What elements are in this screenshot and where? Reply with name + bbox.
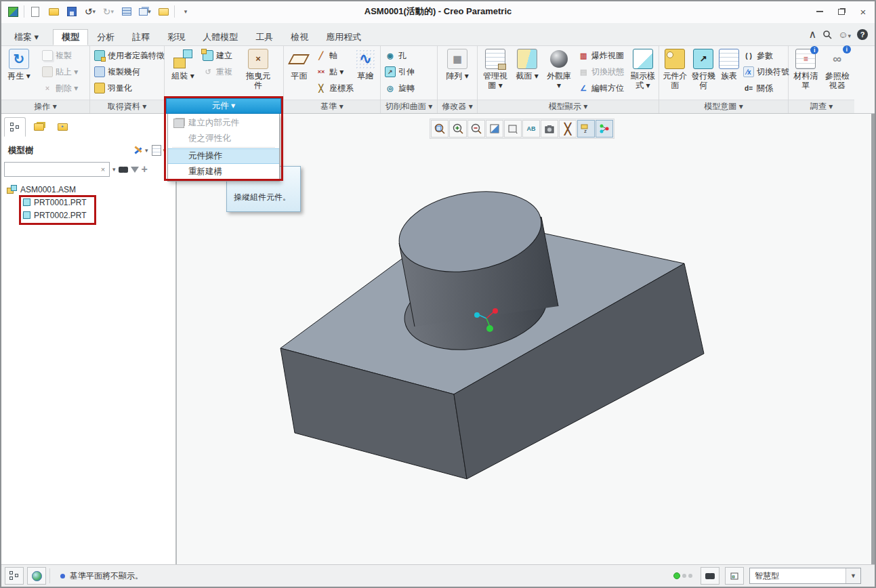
hole-button[interactable]: ◉ 孔: [383, 47, 417, 64]
menu-item-component-operations[interactable]: 元件操作: [168, 148, 279, 164]
group-label-operations[interactable]: 操作 ▾: [1, 100, 89, 113]
menu-item-make-flexible[interactable]: 使之彈性化: [168, 131, 279, 146]
customize-qat-button[interactable]: ▾: [178, 4, 193, 19]
select-box-button[interactable]: [725, 567, 744, 585]
refit-button[interactable]: [431, 120, 449, 138]
udf-button[interactable]: 使用者定義特徵: [92, 47, 167, 64]
tab-manikin[interactable]: 人體模型: [194, 29, 247, 45]
axis-button[interactable]: ╱ 軸: [314, 47, 352, 64]
undo-button[interactable]: ↺▾: [83, 4, 98, 19]
extrude-button[interactable]: ↗ 引伸: [383, 64, 417, 80]
filter-icon[interactable]: [131, 167, 139, 173]
browser-toggle-button[interactable]: [27, 567, 46, 585]
point-button[interactable]: ×× 點 ▾: [314, 64, 352, 80]
tab-analysis[interactable]: 分析: [88, 29, 123, 45]
open-session-button[interactable]: [156, 4, 171, 19]
annotation-filter-button[interactable]: z: [577, 120, 595, 138]
saved-views-button[interactable]: [541, 120, 558, 138]
folder-browser-tab[interactable]: [28, 117, 49, 137]
help-button[interactable]: ?: [857, 29, 868, 40]
tab-applications[interactable]: 應用程式: [317, 29, 370, 45]
group-label-datum[interactable]: 基準 ▾: [284, 100, 380, 113]
search-icon[interactable]: [822, 30, 832, 39]
component-group-button[interactable]: 元件 ▾: [166, 98, 281, 114]
selection-filter-dropdown[interactable]: 智慧型 ▼: [749, 568, 861, 584]
tab-render[interactable]: 彩現: [159, 29, 194, 45]
delete-button[interactable]: × 刪除 ▾: [40, 80, 80, 96]
display-style-button[interactable]: 顯示樣 式 ▾: [629, 47, 656, 90]
expand-icon[interactable]: +: [142, 163, 148, 175]
windows-button[interactable]: ▾: [138, 4, 152, 19]
sections-button[interactable]: 截面 ▾: [512, 47, 542, 81]
group-label-cuts-surfaces[interactable]: 切削和曲面 ▾: [381, 100, 437, 113]
zoom-in-button[interactable]: [449, 120, 467, 138]
group-label-get-data[interactable]: 取得資料 ▾: [90, 100, 164, 113]
edit-position-button[interactable]: ∠ 編輯方位: [576, 80, 628, 96]
tab-annotate[interactable]: 註釋: [123, 29, 159, 45]
tree-item-prt0001[interactable]: PRT0001.PRT: [1, 196, 175, 209]
copy-button[interactable]: 複製: [40, 47, 80, 64]
group-label-modifiers[interactable]: 修改器 ▾: [438, 100, 477, 113]
create-component-button[interactable]: 建立: [201, 47, 238, 64]
tree-search-input[interactable]: [5, 163, 109, 176]
windows-dropdown-arrow[interactable]: ▾: [148, 8, 151, 15]
save-button[interactable]: [64, 4, 79, 19]
bill-of-materials-button[interactable]: ≡i 材料清 單: [791, 47, 821, 90]
menu-item-create-internal-component[interactable]: 建立內部元件: [168, 115, 279, 131]
revolve-button[interactable]: ◎ 旋轉: [383, 80, 417, 96]
menu-item-restructure[interactable]: 重新建構: [168, 164, 279, 180]
redo-button[interactable]: ↻▾: [101, 4, 116, 19]
family-table-button[interactable]: 族表: [718, 47, 740, 81]
paste-button[interactable]: 貼上 ▾: [40, 64, 80, 80]
creo-window-icon[interactable]: [5, 4, 20, 19]
group-label-investigate[interactable]: 調查 ▾: [789, 100, 854, 113]
tab-view[interactable]: 檢視: [282, 29, 317, 45]
filter-dropdown-arrow[interactable]: ▼: [846, 568, 860, 583]
exploded-view-button[interactable]: ▥ 爆炸視圖: [576, 47, 628, 64]
plane-button[interactable]: 平面: [286, 47, 312, 81]
search-clear-icon[interactable]: ×: [98, 164, 108, 175]
parameters-button[interactable]: ( ) 參數: [741, 47, 786, 64]
find-icon[interactable]: [119, 167, 128, 173]
repeat-button[interactable]: ↺ 重複: [201, 64, 238, 80]
tree-item-prt0002[interactable]: PRT0002.PRT: [1, 209, 175, 222]
tab-tools[interactable]: 工具: [247, 29, 282, 45]
datum-display-button[interactable]: ╳: [559, 120, 577, 138]
close-button[interactable]: ×: [856, 5, 871, 18]
tree-tools-button[interactable]: ▾: [133, 145, 148, 156]
collapse-ribbon-button[interactable]: ∧: [808, 28, 816, 41]
manage-views-button[interactable]: 管理視 圖 ▾: [480, 47, 511, 90]
component-interface-button[interactable]: 元件介 面: [661, 47, 689, 90]
model-tree-tab[interactable]: [4, 117, 26, 137]
copy-geometry-button[interactable]: 複製幾何: [92, 64, 167, 80]
regenerate-button[interactable]: ↻ 再生 ▾: [3, 47, 35, 81]
publish-geometry-button[interactable]: ↗ 發行幾 何: [690, 47, 717, 90]
reference-viewer-button[interactable]: ∞i 參照檢 視器: [822, 47, 853, 90]
toggle-status-button[interactable]: ▤ 切換狀態: [576, 64, 628, 80]
tab-file[interactable]: 檔案 ▾: [5, 29, 47, 45]
repaint-button[interactable]: [486, 120, 503, 138]
csys-button[interactable]: ╳ 座標系: [314, 80, 352, 96]
tab-model[interactable]: 模型: [53, 29, 88, 45]
display-style-dropdown[interactable]: [504, 120, 522, 138]
drag-components-button[interactable]: × 拖曳元 件: [240, 47, 276, 90]
undo-dropdown-arrow[interactable]: ▾: [93, 8, 96, 15]
command-locator-button[interactable]: ☺▾: [838, 29, 851, 40]
tree-item-asm0001[interactable]: ASM0001.ASM: [1, 183, 175, 196]
annotations-button[interactable]: AB: [522, 120, 540, 138]
restore-button[interactable]: [834, 5, 849, 18]
new-file-button[interactable]: [28, 4, 43, 19]
switch-symbols-button[interactable]: ⁄x 切換符號: [741, 64, 786, 80]
redo-dropdown-arrow[interactable]: ▾: [111, 8, 114, 15]
navigator-toggle-button[interactable]: [5, 567, 24, 585]
search-tool-button[interactable]: [701, 567, 719, 585]
favorites-tab[interactable]: *: [51, 117, 73, 137]
minimize-button[interactable]: [812, 5, 827, 18]
appearance-gallery-button[interactable]: 外觀庫 ▾: [543, 47, 575, 90]
relations-button[interactable]: d= 關係: [741, 80, 786, 96]
tree-display-button[interactable]: [596, 120, 613, 138]
search-options-arrow[interactable]: ▾: [112, 166, 116, 173]
open-file-button[interactable]: [46, 4, 61, 19]
assemble-button[interactable]: 組裝 ▾: [167, 47, 199, 81]
pattern-button[interactable]: ▦ 陣列 ▾: [440, 47, 475, 81]
